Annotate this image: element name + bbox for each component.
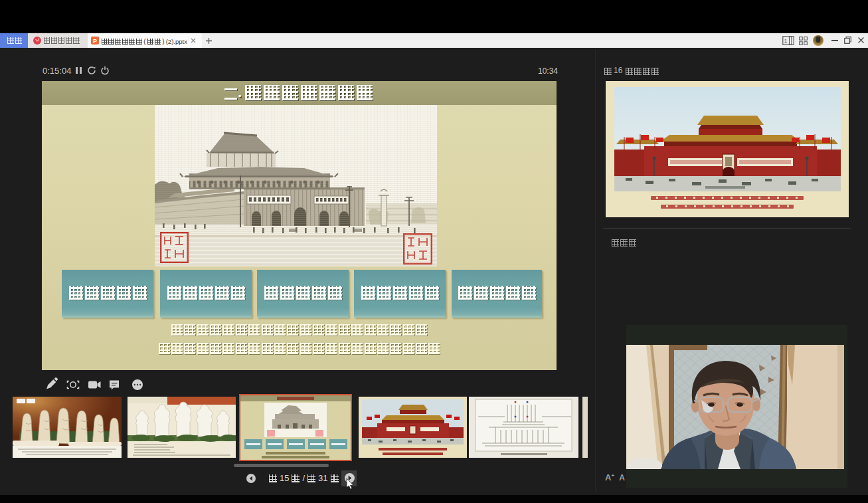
svg-text:1: 1 xyxy=(784,38,787,45)
